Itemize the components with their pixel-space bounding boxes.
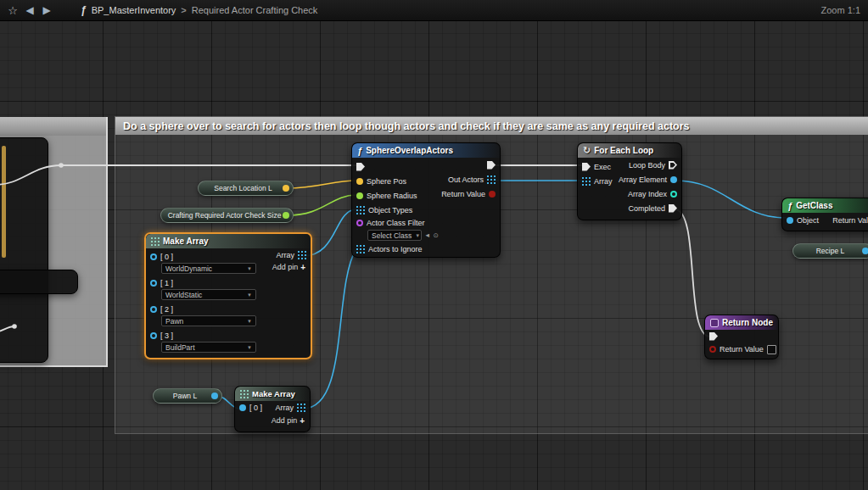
return-node-header[interactable]: Return Node: [705, 315, 778, 330]
get-class-header[interactable]: ƒ GetClass: [782, 198, 868, 213]
var-node-crafting-check-size[interactable]: Crafting Required Actor Check Size: [160, 208, 294, 223]
var-label: Recipe L: [816, 247, 845, 255]
array-out-label: Array: [275, 404, 294, 412]
node-make-array-ignore[interactable]: Make Array [ 0 ] Array Add pin+: [234, 386, 311, 432]
var-node-recipe[interactable]: Recipe L: [792, 243, 868, 259]
element-0-pin[interactable]: [239, 404, 246, 411]
completed-label: Completed: [628, 204, 665, 213]
node-title: Return Node: [722, 318, 773, 327]
breadcrumb-separator-icon: >: [181, 5, 186, 15]
add-icon: +: [300, 263, 305, 272]
breadcrumb-current: Required Actor Crafting Check: [192, 5, 318, 15]
exec-in-pin[interactable]: [582, 163, 591, 171]
array-index-pin[interactable]: [670, 191, 677, 198]
array-out-pin[interactable]: [297, 404, 305, 412]
var-label: Search Location L: [214, 184, 272, 192]
sphere-radius-pin[interactable]: [356, 192, 363, 199]
element-0-index: [ 0 ]: [160, 253, 173, 261]
element-3-index: [ 3 ]: [160, 331, 173, 340]
sphere-radius-label: Sphere Radius: [367, 192, 417, 200]
partial-node-left-large[interactable]: [0, 137, 48, 363]
partial-comment-left-header[interactable]: [0, 117, 106, 136]
return-value-label: Return Value: [441, 190, 485, 198]
element-2-value: Pawn: [165, 317, 183, 326]
breadcrumb-root[interactable]: BP_MasterInventory: [92, 5, 176, 15]
browse-class-icon[interactable]: ⊙: [433, 231, 438, 239]
return-value-pin[interactable]: [489, 191, 496, 198]
make-array-header[interactable]: Make Array: [235, 387, 310, 401]
element-0-dropdown[interactable]: WorldDynamic▼: [161, 263, 256, 274]
element-1-dropdown[interactable]: WorldStatic▼: [161, 289, 256, 300]
partial-node-left-small[interactable]: [0, 270, 78, 294]
element-3-dropdown[interactable]: BuildPart▼: [161, 342, 256, 353]
recipe-out-pin[interactable]: [862, 248, 868, 254]
select-class-value: Select Class: [372, 231, 412, 240]
dropdown-arrow-icon: ▼: [247, 345, 252, 350]
object-types-pin[interactable]: [356, 206, 365, 214]
array-out-pin[interactable]: [298, 251, 306, 259]
make-array-icon: [240, 390, 249, 398]
add-icon: +: [300, 416, 305, 426]
comment-title[interactable]: Do a sphere over to search for actors th…: [115, 117, 868, 135]
exec-out-pin[interactable]: [487, 161, 496, 170]
return-value-checkbox[interactable]: [767, 345, 776, 354]
node-make-array-object-types[interactable]: Make Array [ 0 ] WorldDynamic▼ [ 1 ] Wor…: [144, 232, 312, 359]
pawn-out-pin[interactable]: [211, 393, 218, 399]
exec-in-pin[interactable]: [356, 163, 365, 171]
use-selected-class-icon[interactable]: ◄: [424, 231, 430, 239]
actors-to-ignore-pin[interactable]: [356, 245, 365, 253]
object-types-label: Object Types: [368, 206, 412, 214]
return-node-icon: [710, 319, 719, 327]
node-sphere-overlap-actors[interactable]: ƒ SphereOverlapActors Sphere Pos Sphere …: [351, 142, 501, 258]
node-title: Make Array: [163, 237, 209, 246]
var-node-search-location[interactable]: Search Location L: [198, 181, 294, 196]
toolbar: ☆ ◀ ▶ ƒ BP_MasterInventory > Required Ac…: [0, 0, 868, 21]
sphere-pos-pin[interactable]: [356, 178, 363, 185]
add-pin-button[interactable]: Add pin+: [267, 261, 311, 273]
function-icon: ƒ: [357, 146, 362, 156]
make-array-header[interactable]: Make Array: [146, 234, 311, 248]
favorite-icon[interactable]: ☆: [4, 4, 21, 17]
node-get-class[interactable]: ƒ GetClass Object Return Val: [781, 198, 868, 231]
actor-class-filter-label: Actor Class Filter: [367, 219, 425, 227]
dropdown-arrow-icon: ▼: [415, 233, 420, 238]
element-0-pin[interactable]: [150, 253, 157, 260]
element-3-pin[interactable]: [150, 332, 157, 339]
element-2-pin[interactable]: [150, 306, 157, 313]
sphere-overlap-header[interactable]: ƒ SphereOverlapActors: [352, 143, 500, 158]
for-each-loop-header[interactable]: ↻ For Each Loop: [578, 143, 681, 158]
array-element-pin[interactable]: [670, 176, 677, 183]
return-value-pin[interactable]: [709, 346, 716, 353]
completed-pin[interactable]: [669, 204, 677, 213]
node-title: GetClass: [796, 201, 832, 210]
array-element-label: Array Element: [619, 175, 667, 184]
return-value-label: Return Value: [720, 345, 764, 354]
node-return[interactable]: Return Node Return Value: [704, 315, 779, 359]
node-for-each-loop[interactable]: ↻ For Each Loop Exec Array Loop Body Arr…: [577, 142, 682, 220]
element-0-index: [ 0 ]: [249, 404, 262, 412]
select-class-dropdown[interactable]: Select Class ▼: [367, 230, 422, 241]
partial-node-pin-strip: [2, 146, 6, 258]
actor-class-filter-pin[interactable]: [356, 220, 363, 226]
exec-in-pin[interactable]: [709, 332, 718, 341]
out-actors-pin[interactable]: [487, 175, 496, 184]
node-title: Make Array: [252, 389, 295, 398]
array-index-label: Array Index: [628, 190, 667, 198]
element-2-dropdown[interactable]: Pawn▼: [161, 315, 256, 326]
add-pin-button[interactable]: Add pin+: [235, 415, 310, 426]
array-in-pin[interactable]: [582, 177, 591, 186]
element-1-value: WorldStatic: [165, 291, 202, 299]
var-node-pawn[interactable]: Pawn L: [153, 388, 222, 404]
exec-label: Exec: [594, 163, 611, 171]
back-icon[interactable]: ◀: [21, 4, 38, 16]
crafting-check-size-out-pin[interactable]: [283, 212, 289, 219]
element-1-pin[interactable]: [150, 280, 157, 287]
loop-body-label: Loop Body: [629, 161, 665, 170]
add-pin-label: Add pin: [272, 416, 298, 425]
loop-body-pin[interactable]: [669, 161, 677, 170]
forward-icon[interactable]: ▶: [38, 4, 55, 16]
dropdown-arrow-icon: ▼: [247, 319, 252, 324]
element-3-value: BuildPart: [165, 343, 195, 352]
search-location-out-pin[interactable]: [283, 185, 289, 192]
object-pin[interactable]: [787, 217, 793, 224]
